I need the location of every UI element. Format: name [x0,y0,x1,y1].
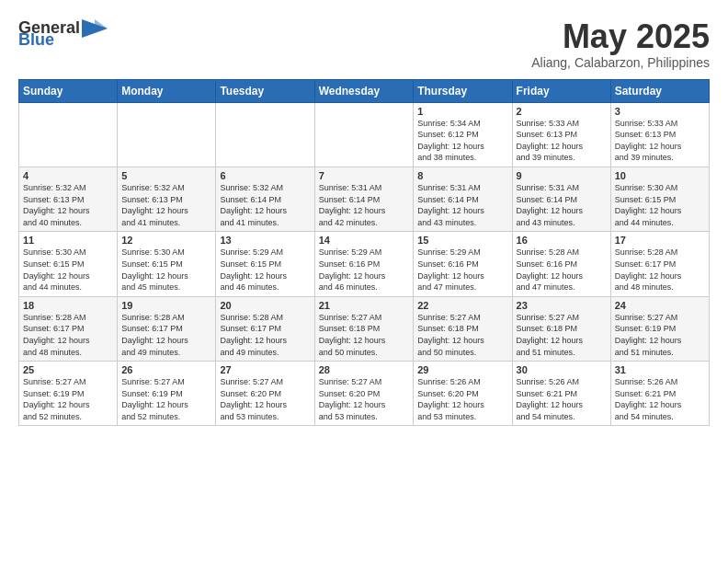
day-number: 14 [319,235,410,246]
title-block: May 2025 Aliang, Calabarzon, Philippines [531,18,710,70]
day-info: Sunrise: 5:30 AM Sunset: 6:15 PM Dayligh… [615,182,705,228]
day-number: 13 [220,235,310,246]
day-number: 7 [319,170,410,181]
calendar-cell: 23Sunrise: 5:27 AM Sunset: 6:18 PM Dayli… [512,296,610,361]
day-number: 3 [615,106,705,117]
day-number: 19 [121,300,211,311]
day-number: 4 [23,170,113,181]
calendar-cell: 6Sunrise: 5:32 AM Sunset: 6:14 PM Daylig… [216,167,314,231]
header-monday: Monday [118,79,216,102]
day-number: 21 [319,300,410,311]
calendar-cell: 3Sunrise: 5:33 AM Sunset: 6:13 PM Daylig… [610,102,709,167]
calendar-cell: 12Sunrise: 5:30 AM Sunset: 6:15 PM Dayli… [118,232,216,296]
calendar-week-row: 25Sunrise: 5:27 AM Sunset: 6:19 PM Dayli… [19,362,710,426]
calendar-cell: 17Sunrise: 5:28 AM Sunset: 6:17 PM Dayli… [610,232,709,296]
day-info: Sunrise: 5:29 AM Sunset: 6:15 PM Dayligh… [220,247,310,293]
calendar-cell: 18Sunrise: 5:28 AM Sunset: 6:17 PM Dayli… [19,296,118,361]
day-number: 22 [417,300,507,311]
header-thursday: Thursday [414,79,512,102]
day-info: Sunrise: 5:34 AM Sunset: 6:12 PM Dayligh… [417,118,507,164]
day-info: Sunrise: 5:28 AM Sunset: 6:17 PM Dayligh… [615,247,705,293]
calendar-header-row: SundayMondayTuesdayWednesdayThursdayFrid… [19,79,710,102]
day-info: Sunrise: 5:27 AM Sunset: 6:20 PM Dayligh… [220,376,310,422]
logo: General Blue [18,18,109,50]
header-wednesday: Wednesday [314,79,414,102]
calendar-title: May 2025 [531,18,710,55]
day-number: 5 [121,170,211,181]
svg-marker-1 [95,19,108,29]
day-info: Sunrise: 5:31 AM Sunset: 6:14 PM Dayligh… [517,182,607,228]
day-number: 20 [220,300,310,311]
day-number: 23 [517,300,607,311]
day-info: Sunrise: 5:30 AM Sunset: 6:15 PM Dayligh… [121,247,211,293]
day-number: 18 [23,300,113,311]
day-number: 12 [121,235,211,246]
day-info: Sunrise: 5:28 AM Sunset: 6:16 PM Dayligh… [517,247,607,293]
header-saturday: Saturday [610,79,709,102]
day-info: Sunrise: 5:28 AM Sunset: 6:17 PM Dayligh… [220,312,310,358]
day-info: Sunrise: 5:27 AM Sunset: 6:18 PM Dayligh… [319,312,410,358]
calendar-subtitle: Aliang, Calabarzon, Philippines [531,55,710,70]
day-number: 8 [417,170,507,181]
day-info: Sunrise: 5:26 AM Sunset: 6:21 PM Dayligh… [517,376,607,422]
day-info: Sunrise: 5:33 AM Sunset: 6:13 PM Dayligh… [615,118,705,164]
calendar-cell: 2Sunrise: 5:33 AM Sunset: 6:13 PM Daylig… [512,102,610,167]
header-friday: Friday [512,79,610,102]
calendar-cell: 30Sunrise: 5:26 AM Sunset: 6:21 PM Dayli… [512,362,610,426]
calendar-cell: 29Sunrise: 5:26 AM Sunset: 6:20 PM Dayli… [414,362,512,426]
calendar-table: SundayMondayTuesdayWednesdayThursdayFrid… [18,79,710,427]
calendar-cell: 20Sunrise: 5:28 AM Sunset: 6:17 PM Dayli… [216,296,314,361]
calendar-cell [314,102,414,167]
day-info: Sunrise: 5:33 AM Sunset: 6:13 PM Dayligh… [517,118,607,164]
day-info: Sunrise: 5:31 AM Sunset: 6:14 PM Dayligh… [319,182,410,228]
day-number: 6 [220,170,310,181]
calendar-cell [19,102,118,167]
day-info: Sunrise: 5:27 AM Sunset: 6:18 PM Dayligh… [417,312,507,358]
calendar-cell: 4Sunrise: 5:32 AM Sunset: 6:13 PM Daylig… [19,167,118,231]
calendar-cell: 27Sunrise: 5:27 AM Sunset: 6:20 PM Dayli… [216,362,314,426]
calendar-cell: 11Sunrise: 5:30 AM Sunset: 6:15 PM Dayli… [19,232,118,296]
day-number: 30 [517,364,607,375]
header-sunday: Sunday [19,79,118,102]
calendar-week-row: 1Sunrise: 5:34 AM Sunset: 6:12 PM Daylig… [19,102,710,167]
calendar-cell: 15Sunrise: 5:29 AM Sunset: 6:16 PM Dayli… [414,232,512,296]
day-info: Sunrise: 5:32 AM Sunset: 6:13 PM Dayligh… [23,182,113,228]
calendar-cell: 25Sunrise: 5:27 AM Sunset: 6:19 PM Dayli… [19,362,118,426]
calendar-cell: 19Sunrise: 5:28 AM Sunset: 6:17 PM Dayli… [118,296,216,361]
day-number: 31 [615,364,705,375]
day-info: Sunrise: 5:29 AM Sunset: 6:16 PM Dayligh… [319,247,410,293]
calendar-cell [216,102,314,167]
day-info: Sunrise: 5:31 AM Sunset: 6:14 PM Dayligh… [417,182,507,228]
day-info: Sunrise: 5:27 AM Sunset: 6:18 PM Dayligh… [517,312,607,358]
calendar-cell: 14Sunrise: 5:29 AM Sunset: 6:16 PM Dayli… [314,232,414,296]
day-info: Sunrise: 5:30 AM Sunset: 6:15 PM Dayligh… [23,247,113,293]
day-info: Sunrise: 5:27 AM Sunset: 6:19 PM Dayligh… [23,376,113,422]
day-number: 17 [615,235,705,246]
page-header: General Blue May 2025 Aliang, Calabarzon… [18,18,710,70]
calendar-cell: 16Sunrise: 5:28 AM Sunset: 6:16 PM Dayli… [512,232,610,296]
day-info: Sunrise: 5:26 AM Sunset: 6:20 PM Dayligh… [417,376,507,422]
calendar-cell: 26Sunrise: 5:27 AM Sunset: 6:19 PM Dayli… [118,362,216,426]
day-number: 24 [615,300,705,311]
calendar-cell: 31Sunrise: 5:26 AM Sunset: 6:21 PM Dayli… [610,362,709,426]
logo-flag-icon [82,19,108,38]
day-info: Sunrise: 5:26 AM Sunset: 6:21 PM Dayligh… [615,376,705,422]
day-info: Sunrise: 5:27 AM Sunset: 6:19 PM Dayligh… [615,312,705,358]
calendar-week-row: 18Sunrise: 5:28 AM Sunset: 6:17 PM Dayli… [19,296,710,361]
day-number: 15 [417,235,507,246]
logo-blue-text: Blue [18,30,54,50]
day-number: 1 [417,106,507,117]
calendar-cell: 1Sunrise: 5:34 AM Sunset: 6:12 PM Daylig… [414,102,512,167]
calendar-cell: 10Sunrise: 5:30 AM Sunset: 6:15 PM Dayli… [610,167,709,231]
day-info: Sunrise: 5:29 AM Sunset: 6:16 PM Dayligh… [417,247,507,293]
header-tuesday: Tuesday [216,79,314,102]
day-number: 10 [615,170,705,181]
day-number: 9 [517,170,607,181]
day-info: Sunrise: 5:28 AM Sunset: 6:17 PM Dayligh… [23,312,113,358]
day-info: Sunrise: 5:28 AM Sunset: 6:17 PM Dayligh… [121,312,211,358]
day-info: Sunrise: 5:32 AM Sunset: 6:14 PM Dayligh… [220,182,310,228]
calendar-week-row: 11Sunrise: 5:30 AM Sunset: 6:15 PM Dayli… [19,232,710,296]
calendar-cell: 28Sunrise: 5:27 AM Sunset: 6:20 PM Dayli… [314,362,414,426]
calendar-week-row: 4Sunrise: 5:32 AM Sunset: 6:13 PM Daylig… [19,167,710,231]
calendar-cell: 7Sunrise: 5:31 AM Sunset: 6:14 PM Daylig… [314,167,414,231]
